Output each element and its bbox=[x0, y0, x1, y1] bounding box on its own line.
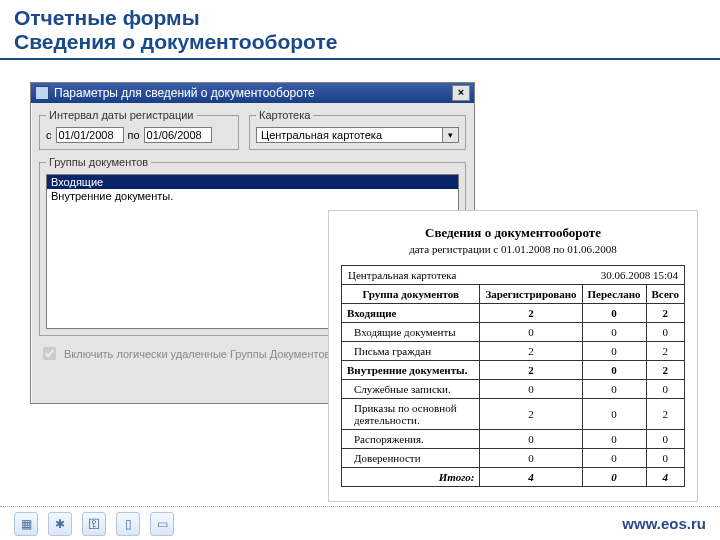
include-deleted-label: Включить логически удаленные Группы Доку… bbox=[64, 348, 330, 360]
row-name: Доверенности bbox=[342, 449, 480, 468]
chevron-down-icon[interactable]: ▾ bbox=[443, 127, 459, 143]
total-value: 4 bbox=[646, 468, 684, 487]
row-value: 0 bbox=[582, 361, 646, 380]
footer-icon-device[interactable]: ▯ bbox=[116, 512, 140, 536]
table-row: Письма граждан202 bbox=[342, 342, 685, 361]
from-label: с bbox=[46, 129, 52, 141]
interval-legend: Интервал даты регистрации bbox=[46, 109, 197, 121]
table-header: Переслано bbox=[582, 285, 646, 304]
row-value: 0 bbox=[582, 323, 646, 342]
row-name: Письма граждан bbox=[342, 342, 480, 361]
report-meta: Центральная картотека 30.06.2008 15:04 bbox=[341, 265, 685, 285]
list-item[interactable]: Внутренние документы. bbox=[47, 189, 458, 203]
row-value: 2 bbox=[646, 399, 684, 430]
dialog-app-icon bbox=[35, 86, 49, 100]
table-row: Доверенности000 bbox=[342, 449, 685, 468]
row-value: 2 bbox=[480, 361, 582, 380]
row-value: 0 bbox=[582, 399, 646, 430]
footer-icon-key[interactable]: ⚿ bbox=[82, 512, 106, 536]
footer-icon-network[interactable]: ✱ bbox=[48, 512, 72, 536]
row-value: 0 bbox=[582, 430, 646, 449]
row-value: 0 bbox=[646, 323, 684, 342]
close-icon[interactable]: × bbox=[452, 85, 470, 101]
row-value: 0 bbox=[480, 430, 582, 449]
table-header: Всего bbox=[646, 285, 684, 304]
total-value: 4 bbox=[480, 468, 582, 487]
footer-icon-folder[interactable]: ▭ bbox=[150, 512, 174, 536]
footer-icon-cube[interactable]: ▦ bbox=[14, 512, 38, 536]
row-name: Входящие bbox=[342, 304, 480, 323]
row-value: 2 bbox=[480, 304, 582, 323]
row-value: 2 bbox=[480, 342, 582, 361]
row-value: 0 bbox=[480, 323, 582, 342]
cardfile-legend: Картотека bbox=[256, 109, 313, 121]
row-value: 0 bbox=[646, 430, 684, 449]
row-name: Служебные записки. bbox=[342, 380, 480, 399]
footer-icons: ▦ ✱ ⚿ ▯ ▭ bbox=[14, 512, 174, 536]
table-header: Зарегистрировано bbox=[480, 285, 582, 304]
date-from-input[interactable] bbox=[56, 127, 124, 143]
row-value: 0 bbox=[480, 380, 582, 399]
footer-url: www.eos.ru bbox=[622, 515, 706, 532]
groups-legend: Группы документов bbox=[46, 156, 151, 168]
row-value: 0 bbox=[480, 449, 582, 468]
list-item[interactable]: Входящие bbox=[47, 175, 458, 189]
total-value: 0 bbox=[582, 468, 646, 487]
row-name: Внутренние документы. bbox=[342, 361, 480, 380]
report-timestamp: 30.06.2008 15:04 bbox=[595, 266, 684, 284]
row-value: 0 bbox=[646, 380, 684, 399]
row-value: 0 bbox=[582, 449, 646, 468]
row-value: 0 bbox=[582, 380, 646, 399]
page-title-line1: Отчетные формы bbox=[14, 6, 706, 30]
table-header: Группа документов bbox=[342, 285, 480, 304]
cardfile-input[interactable] bbox=[256, 127, 443, 143]
footer-bar: ▦ ✱ ⚿ ▯ ▭ www.eos.ru bbox=[0, 506, 720, 540]
table-row: Распоряжения.000 bbox=[342, 430, 685, 449]
row-value: 2 bbox=[646, 342, 684, 361]
report-cardfile: Центральная картотека bbox=[342, 266, 462, 284]
interval-fieldset: Интервал даты регистрации с по bbox=[39, 109, 239, 150]
row-name: Приказы по основной деятельности. bbox=[342, 399, 480, 430]
row-value: 0 bbox=[582, 304, 646, 323]
date-to-input[interactable] bbox=[144, 127, 212, 143]
row-name: Входящие документы bbox=[342, 323, 480, 342]
report-table: Группа документовЗарегистрированоПересла… bbox=[341, 284, 685, 487]
include-deleted-checkbox[interactable] bbox=[43, 347, 56, 360]
row-value: 2 bbox=[646, 361, 684, 380]
table-row: Служебные записки.000 bbox=[342, 380, 685, 399]
table-row: Приказы по основной деятельности.202 bbox=[342, 399, 685, 430]
row-value: 2 bbox=[646, 304, 684, 323]
page-title-line2: Сведения о документообороте bbox=[14, 30, 706, 54]
table-total-row: Итого:404 bbox=[342, 468, 685, 487]
row-value: 0 bbox=[646, 449, 684, 468]
row-value: 2 bbox=[480, 399, 582, 430]
table-row: Внутренние документы.202 bbox=[342, 361, 685, 380]
page-header: Отчетные формы Сведения о документооборо… bbox=[0, 0, 720, 60]
dialog-titlebar: Параметры для сведений о документооборот… bbox=[31, 83, 474, 103]
cardfile-fieldset: Картотека ▾ bbox=[249, 109, 466, 150]
total-label: Итого: bbox=[342, 468, 480, 487]
dialog-title: Параметры для сведений о документооборот… bbox=[54, 86, 452, 100]
table-row: Входящие202 bbox=[342, 304, 685, 323]
row-name: Распоряжения. bbox=[342, 430, 480, 449]
row-value: 0 bbox=[582, 342, 646, 361]
cardfile-combo[interactable]: ▾ bbox=[256, 127, 459, 143]
table-row: Входящие документы000 bbox=[342, 323, 685, 342]
to-label: по bbox=[128, 129, 140, 141]
report-subtitle: дата регистрации с 01.01.2008 по 01.06.2… bbox=[341, 243, 685, 255]
report-title: Сведения о документообороте bbox=[341, 225, 685, 241]
report-panel: Сведения о документообороте дата регистр… bbox=[328, 210, 698, 502]
